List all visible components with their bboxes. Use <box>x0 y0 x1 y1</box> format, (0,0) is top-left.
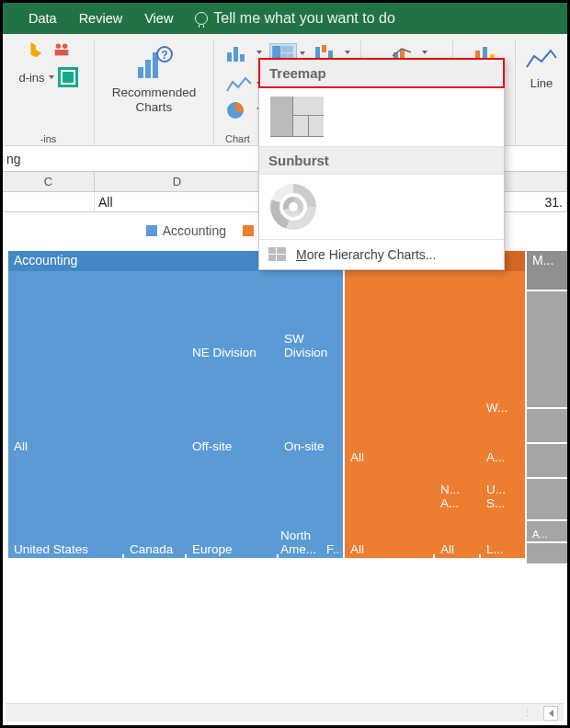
treemap-small-icon <box>268 247 287 262</box>
column-header-d[interactable]: D <box>95 172 260 191</box>
treemap-series-management: M... A... <box>527 251 567 554</box>
svg-rect-16 <box>315 47 320 58</box>
chevron-down-icon <box>422 51 428 54</box>
legend-accounting: Accounting <box>146 223 226 238</box>
treemap-cell: All <box>435 514 479 558</box>
my-addins-button[interactable]: d-ins <box>18 67 77 87</box>
more-hierarchy-label: MMore Hierarchy Charts...ore Hierarchy C… <box>296 247 437 262</box>
sparkline-line-icon[interactable] <box>525 47 558 73</box>
recommended-charts-icon[interactable]: ? <box>134 43 175 84</box>
tell-me-search[interactable]: Tell me what you want to do <box>195 10 394 27</box>
svg-rect-3 <box>54 50 68 55</box>
treemap-cell <box>527 444 567 477</box>
treemap-cell: NE Division <box>187 273 277 361</box>
bing-maps-icon[interactable] <box>26 40 46 60</box>
treemap-cell: Off-site <box>187 363 277 455</box>
treemap-cell: Europe <box>187 457 277 558</box>
sparkline-line-label[interactable]: Line <box>530 76 553 90</box>
treemap-cell <box>527 409 567 442</box>
swatch-marketing-icon <box>243 225 254 236</box>
people-graph-icon[interactable] <box>51 40 72 60</box>
group-label-addins: -ins <box>40 133 57 144</box>
sunburst-chart-option[interactable] <box>270 184 316 230</box>
scroll-left-button[interactable] <box>543 706 558 721</box>
treemap-chart: Accounting All NE Division SW Division O… <box>8 251 562 554</box>
svg-point-1 <box>55 44 61 50</box>
cell-d[interactable]: All <box>95 192 260 211</box>
treemap-cell: A... <box>481 418 525 466</box>
treemap-cell: All <box>8 273 185 455</box>
horizontal-scrollbar[interactable]: ⋮ <box>6 703 564 722</box>
addins-label: d-ins <box>18 71 44 85</box>
svg-point-2 <box>62 44 67 50</box>
treemap-cell: F... <box>325 457 341 558</box>
chevron-down-icon <box>345 51 350 54</box>
triangle-left-icon <box>549 710 553 717</box>
chevron-down-icon <box>256 51 262 54</box>
tab-view[interactable]: View <box>144 11 173 26</box>
sparklines-group: Line <box>516 40 567 146</box>
treemap-cell: On-site <box>279 363 343 455</box>
treemap-cell <box>527 479 567 519</box>
more-hierarchy-charts[interactable]: MMore Hierarchy Charts...ore Hierarchy C… <box>259 239 504 269</box>
svg-rect-13 <box>281 46 293 52</box>
recommended-charts-group: ? Recommended Charts <box>95 40 214 146</box>
addins-group: d-ins -ins <box>3 40 95 146</box>
hierarchy-chart-dropdown: Treemap Sunburst MMore Hierarchy Charts.… <box>258 58 505 270</box>
treemap-cell <box>527 543 567 563</box>
treemap-cell: United States <box>8 457 122 558</box>
treemap-cell: SW Division <box>279 273 343 361</box>
treemap-cell: W... <box>481 273 525 416</box>
cell-c[interactable] <box>3 192 95 211</box>
svg-rect-4 <box>138 67 143 78</box>
tab-data[interactable]: Data <box>28 11 57 26</box>
lightbulb-icon <box>195 12 208 25</box>
svg-rect-10 <box>234 47 238 62</box>
legend-accounting-label: Accounting <box>163 223 226 238</box>
line-chart-button[interactable] <box>225 74 253 95</box>
treemap-cell: All <box>345 273 479 466</box>
tell-me-label: Tell me what you want to do <box>213 10 394 27</box>
treemap-cell: All <box>345 468 433 558</box>
sheet-handle-icon[interactable]: ⋮ <box>522 707 534 719</box>
treemap-cell: L... <box>481 514 525 558</box>
pie-chart-button[interactable] <box>225 100 253 120</box>
store-icon <box>58 67 78 87</box>
treemap-cell <box>527 291 567 407</box>
dropdown-heading-sunburst: Sunburst <box>259 146 504 175</box>
svg-marker-0 <box>30 42 41 58</box>
svg-rect-11 <box>240 54 245 62</box>
treemap-cell: N... A... <box>435 468 479 512</box>
treemap-cell: A... <box>527 521 567 541</box>
column-chart-button[interactable] <box>225 43 253 63</box>
treemap-head-management: M... <box>527 251 567 290</box>
ribbon-tab-bar: Data Review View Tell me what you want t… <box>3 3 567 34</box>
svg-rect-5 <box>145 60 151 78</box>
treemap-chart-option[interactable] <box>270 97 324 137</box>
chevron-down-icon <box>300 51 305 55</box>
group-label-charts: Chart <box>225 133 250 144</box>
svg-text:?: ? <box>161 49 167 62</box>
column-header-c[interactable]: C <box>3 172 95 191</box>
recommended-charts-label[interactable]: Recommended Charts <box>112 85 197 114</box>
chevron-down-icon <box>49 75 54 79</box>
treemap-series-marketing: Marketing All W... A... All N... A... U.… <box>345 251 525 554</box>
treemap-cell: U... S... <box>481 468 525 512</box>
formula-bar-content: ng <box>6 152 21 166</box>
tab-review[interactable]: Review <box>79 11 123 26</box>
svg-rect-9 <box>227 52 232 62</box>
treemap-series-accounting: Accounting All NE Division SW Division O… <box>8 251 343 554</box>
treemap-cell: Canada <box>124 457 185 558</box>
dropdown-heading-treemap: Treemap <box>258 58 505 88</box>
svg-rect-17 <box>322 45 326 52</box>
swatch-accounting-icon <box>146 225 157 236</box>
